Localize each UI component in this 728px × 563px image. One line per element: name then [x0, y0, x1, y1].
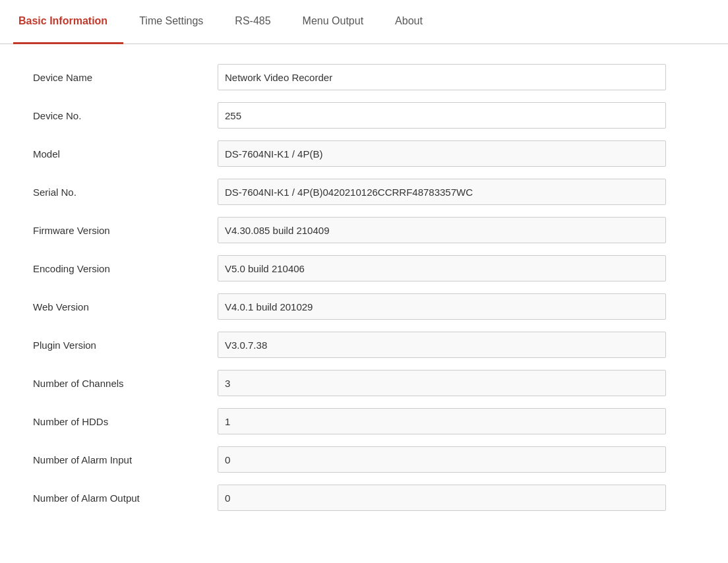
form-row: Device Name [33, 64, 695, 90]
field-input-1[interactable] [218, 102, 666, 129]
field-input-0[interactable] [218, 64, 666, 90]
field-label-8: Number of Channels [33, 378, 218, 389]
form-row: Device No. [33, 102, 695, 129]
form-row: Number of Alarm Input [33, 446, 695, 473]
tab-time-settings[interactable]: Time Settings [123, 0, 219, 44]
field-input-7 [218, 332, 666, 358]
form-row: Number of HDDs [33, 408, 695, 434]
form-row: Web Version [33, 293, 695, 320]
field-label-6: Web Version [33, 301, 218, 312]
tab-about[interactable]: About [379, 0, 439, 44]
field-input-6 [218, 293, 666, 320]
tab-basic-information[interactable]: Basic Information [13, 0, 123, 44]
field-label-0: Device Name [33, 72, 218, 83]
form-row: Firmware Version [33, 217, 695, 243]
tab-menu-output[interactable]: Menu Output [287, 0, 380, 44]
field-input-9 [218, 408, 666, 434]
field-label-3: Serial No. [33, 187, 218, 198]
content-area: Device NameDevice No.ModelSerial No.Firm… [0, 44, 728, 543]
form-row: Model [33, 140, 695, 167]
form-row: Serial No. [33, 179, 695, 205]
field-label-9: Number of HDDs [33, 416, 218, 427]
field-input-4 [218, 217, 666, 243]
field-label-4: Firmware Version [33, 225, 218, 236]
field-label-1: Device No. [33, 110, 218, 121]
field-label-11: Number of Alarm Output [33, 492, 218, 504]
field-label-7: Plugin Version [33, 340, 218, 351]
form-row: Number of Alarm Output [33, 485, 695, 511]
tab-rs-485[interactable]: RS-485 [219, 0, 286, 44]
field-label-5: Encoding Version [33, 263, 218, 274]
field-input-8 [218, 370, 666, 396]
form-row: Plugin Version [33, 332, 695, 358]
field-input-11 [218, 485, 666, 511]
field-input-10 [218, 446, 666, 473]
tab-bar: Basic InformationTime SettingsRS-485Menu… [0, 0, 728, 44]
form-row: Number of Channels [33, 370, 695, 396]
field-input-5 [218, 255, 666, 282]
field-input-2 [218, 140, 666, 167]
form-row: Encoding Version [33, 255, 695, 282]
field-input-3 [218, 179, 666, 205]
field-label-2: Model [33, 148, 218, 160]
field-label-10: Number of Alarm Input [33, 454, 218, 465]
